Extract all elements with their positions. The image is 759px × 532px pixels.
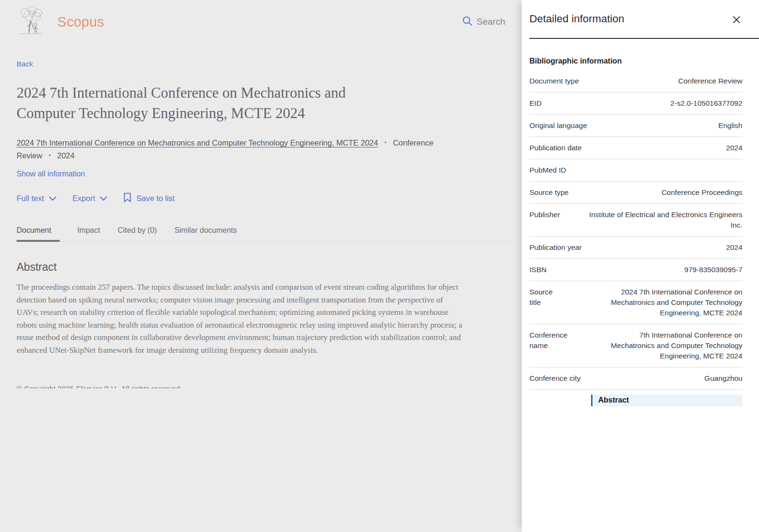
separator-dot: •	[49, 152, 51, 159]
table-row-publisher: Publisher Institute of Electrical and El…	[529, 204, 742, 237]
panel-divider	[529, 38, 759, 39]
table-row-eid: EID 2-s2.0-105016377092	[529, 92, 742, 115]
close-button[interactable]	[731, 14, 742, 26]
close-icon	[732, 18, 740, 25]
chevron-down-icon	[100, 194, 107, 203]
bibliographic-table: Document type Conference Review EID 2-s2…	[529, 70, 742, 390]
export-dropdown[interactable]: Export	[73, 194, 108, 203]
table-row-source-title: Source title 2024 7th International Conf…	[529, 281, 742, 324]
table-row-original-language: Original language English	[529, 115, 742, 137]
search-label: Search	[477, 17, 505, 27]
back-link[interactable]: Back	[17, 60, 33, 68]
show-all-information-link[interactable]: Show all information	[17, 170, 85, 178]
abstract-text: The proceedings contain 257 papers. The …	[17, 281, 465, 357]
publication-year-label: 2024	[57, 151, 75, 160]
source-title-link[interactable]: 2024 7th International Conference on Mec…	[17, 138, 378, 147]
elsevier-tree-logo	[17, 6, 46, 38]
table-row-document-type: Document type Conference Review	[529, 70, 742, 92]
table-row-conference-city: Conference city Guangzhou	[529, 367, 742, 390]
abstract-heading: Abstract	[17, 261, 505, 274]
top-bar: Scopus Search	[17, 0, 505, 38]
action-bar: Full text Export Save to list	[17, 193, 505, 204]
detailed-information-panel: Detailed information Bibliographic infor…	[522, 0, 759, 532]
save-to-list-button[interactable]: Save to list	[123, 193, 175, 204]
panel-title: Detailed information	[529, 13, 624, 25]
source-line: 2024 7th International Conference on Mec…	[17, 137, 434, 162]
tab-document[interactable]: Document	[17, 226, 60, 242]
bibliographic-information-heading: Bibliographic information	[529, 57, 742, 65]
bookmark-icon	[123, 193, 131, 204]
main-content: Scopus Search Back 2024 7th Internationa…	[0, 0, 522, 532]
tab-impact[interactable]: Impact	[77, 226, 100, 242]
tab-cited-by[interactable]: Cited by (0)	[118, 226, 157, 242]
tab-bar: Document Impact Cited by (0) Similar doc…	[17, 226, 512, 242]
tab-similar-documents[interactable]: Similar documents	[175, 226, 237, 242]
table-row-source-type: Source type Conference Proceedings	[529, 182, 742, 204]
search-button[interactable]: Search	[462, 16, 505, 28]
table-row-isbn: ISBN 979-835039095-7	[529, 259, 742, 281]
table-row-publication-date: Publication date 2024	[529, 137, 742, 159]
table-row-pubmed-id: PubMed ID	[529, 159, 742, 182]
abstract-nav-item[interactable]: Abstract	[591, 394, 742, 406]
scopus-wordmark: Scopus	[57, 14, 104, 30]
separator-dot: •	[385, 139, 387, 146]
copyright-line-clipped: © Copyright 2025 Elsevier B.V., All righ…	[17, 384, 505, 388]
table-row-conference-name: Conference name 7th International Confer…	[529, 324, 742, 367]
search-icon	[462, 16, 472, 28]
table-row-publication-year: Publication year 2024	[529, 237, 742, 259]
chevron-down-icon	[49, 194, 56, 203]
scopus-home-link[interactable]: Scopus	[17, 6, 104, 38]
full-text-dropdown[interactable]: Full text	[17, 194, 56, 203]
page-title: 2024 7th International Conference on Mec…	[17, 83, 402, 123]
